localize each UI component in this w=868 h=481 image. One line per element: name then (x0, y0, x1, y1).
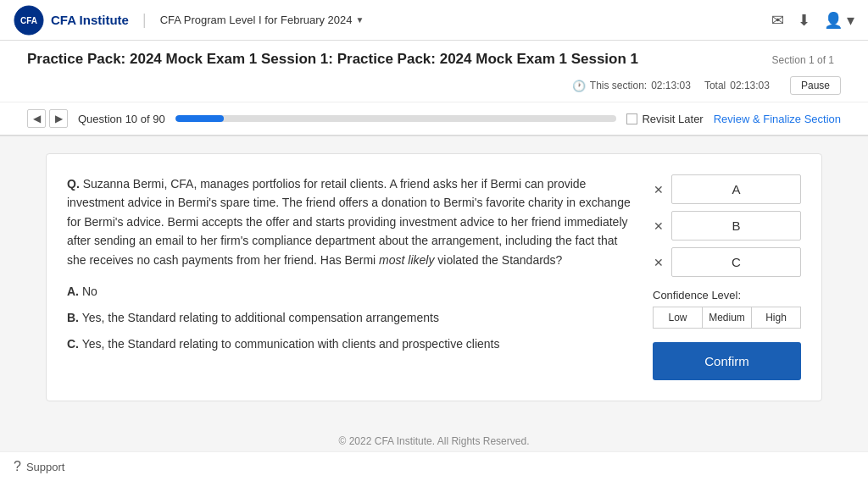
progress-bar-fill (175, 115, 224, 122)
review-finalize-button[interactable]: Review & Finalize Section (714, 113, 841, 125)
choice-c-button[interactable]: C (671, 247, 801, 277)
revisit-checkbox[interactable] (626, 113, 637, 124)
download-icon[interactable]: ⬇ (798, 11, 810, 30)
header-divider: | (142, 11, 147, 29)
header-icons: ✉ ⬇ 👤 ▾ (771, 11, 854, 30)
support-bar: ? Support (0, 451, 868, 481)
revisit-later[interactable]: Revisit Later (626, 113, 703, 125)
main-content: Q. Suzanna Bermi, CFA, manages portfolio… (19, 136, 849, 481)
support-icon: ? (14, 459, 21, 474)
section-header: Practice Pack: 2024 Mock Exam 1 Session … (0, 41, 868, 102)
this-section-timer: 🕐 This section: 02:13:03 (572, 80, 691, 92)
clear-c-icon[interactable]: ✕ (653, 256, 665, 269)
option-a: A. No (67, 283, 632, 301)
clear-b-icon[interactable]: ✕ (653, 219, 665, 233)
svg-text:CFA: CFA (20, 16, 37, 25)
section-label: Section 1 of 1 (772, 54, 841, 66)
confirm-button[interactable]: Confirm (653, 342, 801, 380)
choice-row-c: ✕ C (653, 247, 801, 277)
total-timer: Total 02:13:03 (704, 80, 770, 91)
choice-row-b: ✕ B (653, 211, 801, 240)
option-c: C. Yes, the Standard relating to communi… (67, 335, 632, 353)
confidence-label: Confidence Level: (653, 289, 801, 301)
footer-text: © 2022 CFA Institute. All Rights Reserve… (339, 435, 530, 447)
option-b: B. Yes, the Standard relating to additio… (67, 309, 632, 327)
nav-arrows: ◀ ▶ (27, 109, 68, 128)
total-time: 02:13:03 (730, 80, 770, 91)
confidence-medium-button[interactable]: Medium (702, 307, 751, 329)
support-label[interactable]: Support (26, 461, 65, 473)
clear-a-icon[interactable]: ✕ (653, 183, 665, 196)
confidence-buttons: Low Medium High (653, 307, 801, 329)
question-nav-bar: ◀ ▶ Question 10 of 90 Revisit Later Revi… (0, 102, 868, 136)
mail-icon[interactable]: ✉ (771, 11, 784, 30)
question-italic: most likely (379, 253, 434, 267)
question-count: Question 10 of 90 (78, 113, 165, 125)
choice-a-button[interactable]: A (671, 174, 801, 204)
section-meta-top: Practice Pack: 2024 Mock Exam 1 Session … (27, 51, 841, 73)
header-left: CFA CFA Institute | CFA Program Level I … (14, 5, 364, 36)
section-title: Practice Pack: 2024 Mock Exam 1 Session … (27, 51, 638, 68)
next-question-button[interactable]: ▶ (49, 109, 68, 128)
question-card: Q. Suzanna Bermi, CFA, manages portfolio… (46, 153, 822, 401)
question-left: Q. Suzanna Bermi, CFA, manages portfolio… (67, 174, 632, 380)
question-q-label: Q. (67, 177, 80, 191)
cfa-logo-icon: CFA (14, 5, 44, 36)
confidence-low-button[interactable]: Low (653, 307, 702, 329)
answer-options: A. No B. Yes, the Standard relating to a… (67, 283, 632, 353)
choice-b-button[interactable]: B (671, 211, 801, 240)
progress-bar (175, 115, 617, 122)
logo-text: CFA Institute (51, 13, 129, 27)
confidence-section: Confidence Level: Low Medium High (653, 289, 801, 329)
logo-area: CFA CFA Institute (14, 5, 129, 36)
timers: 🕐 This section: 02:13:03 Total 02:13:03 (572, 80, 770, 92)
choice-row-a: ✕ A (653, 174, 801, 204)
header: CFA CFA Institute | CFA Program Level I … (0, 0, 868, 41)
confidence-high-button[interactable]: High (751, 307, 801, 329)
pause-button[interactable]: Pause (790, 76, 841, 95)
clock-icon: 🕐 (572, 80, 586, 92)
this-section-time: 02:13:03 (651, 80, 691, 91)
program-title[interactable]: CFA Program Level I for February 2024 ▼ (160, 14, 364, 26)
user-icon[interactable]: 👤 ▾ (824, 11, 854, 30)
question-body-2: violated the Standards? (434, 253, 562, 267)
program-title-caret: ▼ (356, 15, 364, 25)
question-text: Q. Suzanna Bermi, CFA, manages portfolio… (67, 174, 632, 269)
section-meta: 🕐 This section: 02:13:03 Total 02:13:03 … (27, 76, 841, 95)
prev-question-button[interactable]: ◀ (27, 109, 46, 128)
question-right: ✕ A ✕ B ✕ C Confidence Level: Low Medium… (653, 174, 801, 380)
